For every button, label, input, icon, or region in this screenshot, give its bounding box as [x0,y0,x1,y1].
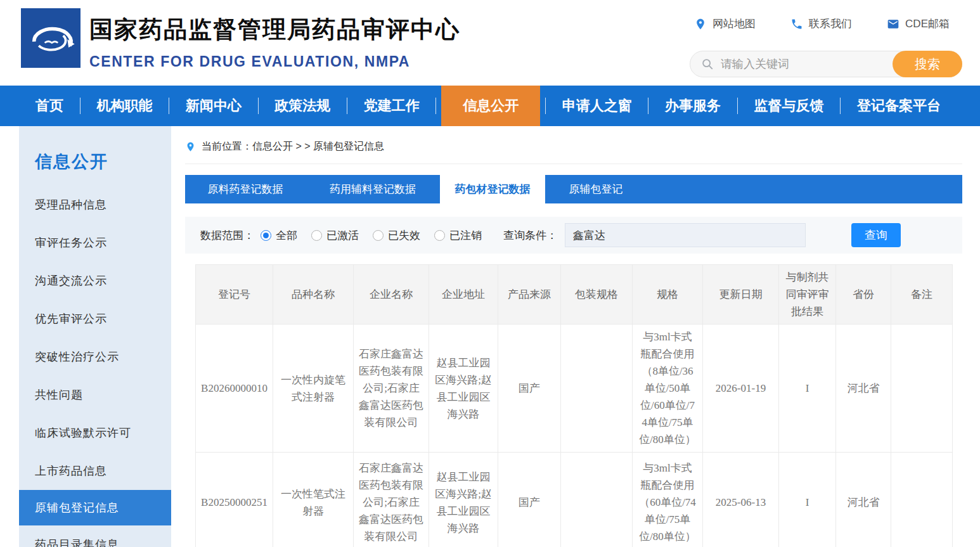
contact-label: 联系我们 [809,16,852,31]
nav-divider [435,98,436,114]
nav-item-home[interactable]: 首页 [24,86,75,126]
tab-excipient-registration[interactable]: 药用辅料登记数据 [306,175,440,203]
cell-packaging-spec [561,453,633,547]
sitemap-label: 网站地图 [712,16,756,31]
content: 当前位置：信息公开 > > 原辅包登记信息 原料药登记数据 药用辅料登记数据 药… [185,126,962,547]
sidebar-items: 受理品种信息 审评任务公示 沟通交流公示 优先审评公示 突破性治疗公示 共性问题… [19,186,171,547]
nav-divider [840,98,841,114]
tabs-bar: 原料药登记数据 药用辅料登记数据 药包材登记数据 原辅包登记 [185,175,962,203]
data-range-label: 数据范围： [200,228,254,243]
nav-item-services[interactable]: 办事服务 [654,86,732,126]
cell-update-date: 2026-01-19 [703,325,779,453]
header-packaging-spec: 包装规格 [561,265,633,325]
cde-logo-icon [21,8,81,68]
cell-registration-number: B20260000010 [196,325,273,453]
cell-company-name: 石家庄鑫富达医药包装有限公司;石家庄鑫富达医药包装有限公司 [354,325,429,453]
header-product-origin: 产品来源 [498,265,561,325]
filter-option-activated[interactable]: 已激活 [311,228,359,243]
nav-item-registration-platform[interactable]: 登记备案平台 [846,86,952,126]
nav-item-news[interactable]: 新闻中心 [174,86,253,126]
header-joint-review-result: 与制剂共同审评审批结果 [779,265,836,325]
nav-divider [169,98,169,114]
mail-icon [887,18,899,30]
phone-icon [790,18,803,30]
nav-item-applicant[interactable]: 申请人之窗 [551,86,643,126]
filter-option-expired[interactable]: 已失效 [373,228,420,243]
radio-checked-icon [261,230,271,241]
registration-table: 登记号 品种名称 企业名称 企业地址 产品来源 包装规格 规格 更新日期 与制剂… [195,264,953,547]
query-input[interactable] [565,223,806,247]
table-row: B20250000251 一次性笔式注射器 石家庄鑫富达医药包装有限公司;石家庄… [196,453,953,547]
sidebar-item-marketed-drugs[interactable]: 上市药品信息 [19,452,171,490]
query-button[interactable]: 查询 [851,223,901,247]
cde-mail-label: CDE邮箱 [905,16,950,31]
cell-company-name: 石家庄鑫富达医药包装有限公司;石家庄鑫富达医药包装有限公司 [354,453,429,547]
breadcrumb: 当前位置：信息公开 > > 原辅包登记信息 [185,140,962,164]
sidebar-item-breakthrough-therapy[interactable]: 突破性治疗公示 [19,338,171,376]
quick-links: 网站地图 联系我们 CDE邮箱 [694,16,950,31]
sidebar-item-clinical-trial-implied-license[interactable]: 临床试验默示许可 [19,414,171,452]
header-remarks: 备注 [891,265,953,325]
site-search-bar: 搜索 [690,51,962,77]
tab-packaging-registration[interactable]: 药包材登记数据 [440,175,545,203]
nav-item-info-disclosure[interactable]: 信息公开 [441,86,540,126]
cell-registration-number: B20250000251 [196,453,273,547]
sidebar-item-review-tasks[interactable]: 审评任务公示 [19,224,171,262]
page: 国家药品监督管理局药品审评中心 CENTER FOR DRUG EVALUATI… [0,0,980,547]
site-title-en: CENTER FOR DRUG EVALUATION, NMPA [89,53,460,70]
sidebar-title: 信息公开 [19,126,171,173]
header-variety-name: 品种名称 [273,265,354,325]
nav-item-supervision[interactable]: 监督与反馈 [743,86,835,126]
cell-company-address: 赵县工业园区海兴路;赵县工业园区海兴路 [429,325,498,453]
filter-option-all[interactable]: 全部 [261,228,297,243]
cell-packaging-spec [561,325,633,453]
cell-product-origin: 国产 [498,453,561,547]
breadcrumb-pin-icon [185,140,196,153]
filter-option-all-label: 全部 [276,228,297,243]
sidebar-item-common-issues[interactable]: 共性问题 [19,376,171,414]
sidebar-item-drug-catalog[interactable]: 药品目录集信息 [19,525,171,547]
site-title-block: 国家药品监督管理局药品审评中心 CENTER FOR DRUG EVALUATI… [89,14,460,70]
cell-joint-review-result: I [779,453,836,547]
nav-item-policy[interactable]: 政策法规 [263,86,342,126]
sidebar: 信息公开 受理品种信息 审评任务公示 沟通交流公示 优先审评公示 突破性治疗公示… [19,126,171,547]
nav-divider [80,98,81,114]
location-pin-icon [694,18,707,30]
radio-unchecked-icon [311,230,322,241]
sitemap-link[interactable]: 网站地图 [694,16,756,31]
cell-variety-name: 一次性笔式注射器 [273,453,354,547]
radio-unchecked-icon [373,230,384,241]
cell-company-address: 赵县工业园区海兴路;赵县工业园区海兴路 [429,453,498,547]
cell-province: 河北省 [836,325,891,453]
nav-divider [648,98,648,114]
sidebar-item-excipient-registration[interactable]: 原辅包登记信息 [19,490,171,525]
nav-item-functions[interactable]: 机构职能 [85,86,164,126]
sidebar-item-communication[interactable]: 沟通交流公示 [19,262,171,300]
cell-product-origin: 国产 [498,325,561,453]
search-icon [700,57,714,71]
nav-divider [545,98,546,114]
site-title-cn: 国家药品监督管理局药品审评中心 [89,14,460,46]
filter-option-expired-label: 已失效 [388,228,420,243]
tab-api-registration[interactable]: 原料药登记数据 [185,175,306,203]
cell-variety-name: 一次性内旋笔式注射器 [273,325,354,453]
cde-mail-link[interactable]: CDE邮箱 [887,16,950,31]
header-company-name: 企业名称 [354,265,429,325]
header-province: 省份 [836,265,891,325]
header-spec: 规格 [633,265,703,325]
table-row: B20260000010 一次性内旋笔式注射器 石家庄鑫富达医药包装有限公司;石… [196,325,953,453]
nav-divider [258,98,259,114]
contact-link[interactable]: 联系我们 [790,16,852,31]
search-button[interactable]: 搜索 [893,51,962,77]
filter-option-cancelled[interactable]: 已注销 [434,228,482,243]
table-header-row: 登记号 品种名称 企业名称 企业地址 产品来源 包装规格 规格 更新日期 与制剂… [196,265,953,325]
sidebar-item-accepted-varieties[interactable]: 受理品种信息 [19,186,171,224]
header-company-address: 企业地址 [429,265,498,325]
tab-combined-registration[interactable]: 原辅包登记 [545,175,647,203]
cell-spec: 与3ml卡式瓶配合使用（8单位/36单位/50单位/60单位/74单位/75单位… [633,325,703,453]
cell-remarks [891,325,953,453]
nav-item-party[interactable]: 党建工作 [352,86,431,126]
sidebar-item-priority-review[interactable]: 优先审评公示 [19,300,171,338]
main-nav: 首页 机构职能 新闻中心 政策法规 党建工作 信息公开 申请人之窗 办事服务 监… [0,86,980,126]
cell-update-date: 2025-06-13 [703,453,779,547]
